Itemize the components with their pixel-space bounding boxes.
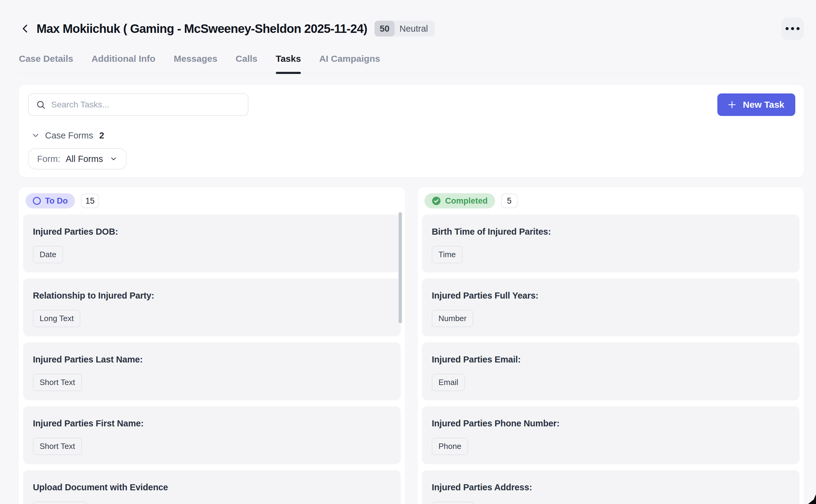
task-title: Injured Parties Address: — [432, 482, 790, 492]
completed-column: Completed 5 Birth Time of Injured Parite… — [418, 187, 804, 504]
completed-status-label: Completed — [445, 196, 488, 206]
task-card[interactable]: Injured Parties Address: Address — [422, 470, 800, 504]
task-type-chip: Short Text — [33, 374, 82, 391]
task-title: Injured Parties First Name: — [33, 418, 391, 429]
task-card[interactable]: Injured Parties DOB: Date — [23, 215, 401, 272]
completed-count: 5 — [501, 194, 518, 208]
task-card[interactable]: Injured Parties Last Name: Short Text — [23, 342, 401, 400]
task-type-chip: Date — [33, 246, 63, 263]
completed-column-header: Completed 5 — [422, 192, 800, 208]
task-title: Upload Document with Evidence — [33, 482, 391, 492]
todo-scrollbar-thumb[interactable] — [398, 212, 402, 323]
more-options-button[interactable] — [781, 17, 804, 40]
task-type-chip: Long Text — [33, 310, 80, 327]
task-card[interactable]: Injured Parties First Name: Short Text — [23, 406, 401, 464]
case-forms-label: Case Forms — [45, 131, 93, 141]
sentiment-badge: 50 Neutral — [374, 21, 435, 37]
sentiment-label: Neutral — [394, 24, 435, 34]
task-card[interactable]: Upload Document with Evidence File Uploa… — [23, 470, 401, 504]
tab-ai-campaigns[interactable]: AI Campaigns — [319, 54, 380, 73]
form-filter-value: All Forms — [66, 154, 103, 164]
task-card[interactable]: Injured Parties Full Years: Number — [422, 278, 800, 336]
tab-messages[interactable]: Messages — [173, 54, 217, 73]
task-card[interactable]: Injured Parties Phone Number: Phone — [422, 406, 800, 464]
case-forms-toggle[interactable]: Case Forms 2 — [28, 129, 795, 142]
task-card[interactable]: Relationship to Injured Party: Long Text — [23, 278, 401, 336]
tasks-toolbar: New Task Case Forms 2 Form: All Forms — [19, 85, 804, 177]
task-title: Injured Parties Email: — [432, 355, 790, 365]
tab-tasks[interactable]: Tasks — [276, 54, 301, 73]
form-filter-label: Form: — [37, 154, 60, 164]
todo-task-list: Injured Parties DOB: Date Relationship t… — [23, 215, 401, 504]
task-title: Injured Parties Last Name: — [33, 355, 391, 365]
task-type-chip: Short Text — [33, 438, 82, 455]
sentiment-score: 50 — [374, 21, 394, 37]
form-filter-dropdown[interactable]: Form: All Forms — [28, 148, 127, 170]
page-header: Max Mokiichuk ( Gaming - McSweeney-Sheld… — [17, 17, 804, 40]
mouse-cursor — [808, 494, 816, 504]
task-type-chip: Number — [432, 310, 473, 327]
ellipsis-icon — [786, 27, 800, 30]
task-type-chip: Email — [432, 374, 465, 391]
completed-task-list: Birth Time of Injured Parites: Time Inju… — [422, 215, 800, 504]
task-title: Injured Parties DOB: — [33, 227, 391, 237]
chevron-down-icon — [110, 155, 117, 163]
task-card[interactable]: Injured Parties Email: Email — [422, 342, 800, 400]
task-title: Relationship to Injured Party: — [33, 291, 391, 301]
task-type-chip: File Upload — [33, 502, 86, 504]
back-button[interactable] — [17, 21, 33, 37]
task-title: Injured Parties Phone Number: — [432, 418, 790, 429]
task-card[interactable]: Birth Time of Injured Parites: Time — [422, 215, 800, 272]
page-title: Max Mokiichuk ( Gaming - McSweeney-Sheld… — [37, 22, 367, 36]
tab-calls[interactable]: Calls — [236, 54, 257, 73]
chevron-down-icon — [31, 131, 40, 140]
search-box[interactable] — [28, 93, 248, 116]
task-board: To Do 15 Injured Parties DOB: Date Relat… — [19, 187, 804, 504]
search-input[interactable] — [51, 100, 240, 110]
todo-column-header: To Do 15 — [23, 192, 401, 208]
tab-bar: Case Details Additional Info Messages Ca… — [19, 54, 804, 73]
new-task-label: New Task — [743, 100, 784, 110]
case-forms-count: 2 — [99, 131, 104, 141]
tab-case-details[interactable]: Case Details — [19, 54, 73, 73]
task-title: Injured Parties Full Years: — [432, 291, 790, 301]
todo-status-pill: To Do — [26, 193, 75, 208]
todo-column: To Do 15 Injured Parties DOB: Date Relat… — [19, 187, 405, 504]
task-type-chip: Phone — [432, 438, 468, 455]
search-icon — [36, 100, 46, 110]
todo-status-label: To Do — [45, 196, 68, 206]
task-type-chip: Time — [432, 246, 463, 263]
task-type-chip: Address — [432, 502, 474, 504]
completed-status-pill: Completed — [425, 193, 495, 208]
empty-circle-icon — [33, 197, 41, 205]
tab-additional-info[interactable]: Additional Info — [91, 54, 155, 73]
plus-icon — [727, 99, 737, 110]
tasks-page: Max Mokiichuk ( Gaming - McSweeney-Sheld… — [0, 0, 816, 504]
new-task-button[interactable]: New Task — [717, 93, 795, 116]
chevron-left-icon — [18, 22, 32, 35]
check-circle-icon — [432, 196, 441, 205]
task-title: Birth Time of Injured Parites: — [432, 227, 790, 237]
todo-count: 15 — [81, 194, 99, 208]
